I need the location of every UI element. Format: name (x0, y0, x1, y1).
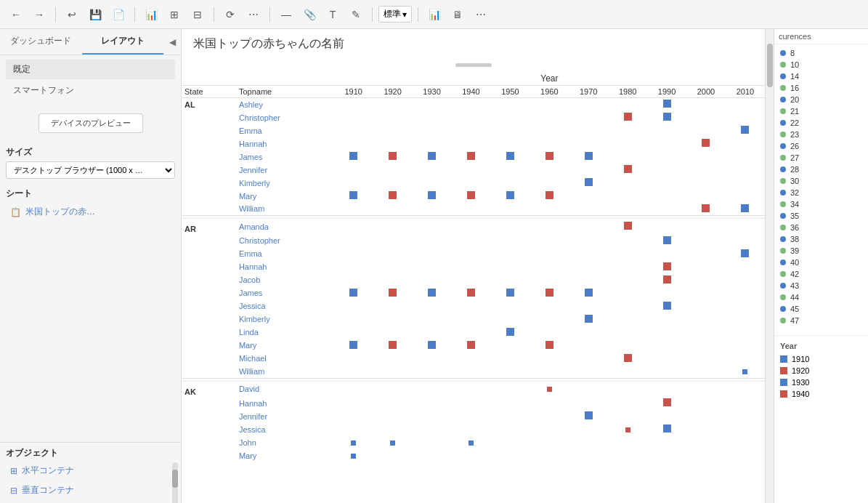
year-cell (373, 137, 413, 150)
year-cell (569, 423, 608, 436)
year-cell (569, 164, 608, 177)
divider-4 (269, 7, 270, 22)
state-cell (182, 449, 236, 462)
year-cell (686, 247, 726, 260)
undo-button[interactable]: ↩ (62, 4, 82, 25)
save-button[interactable]: 💾 (85, 4, 105, 25)
occ-item: 36 (774, 222, 868, 233)
collapse-btn[interactable]: ◀ (163, 29, 181, 55)
year-cell (726, 436, 765, 449)
table-row: Jennifer (182, 410, 765, 423)
occ-dot (780, 283, 786, 289)
year-cell (647, 436, 686, 449)
tool-attach[interactable]: 📎 (299, 4, 320, 25)
page-button[interactable]: 📄 (108, 4, 129, 25)
year-cell (334, 219, 373, 235)
collapse-handle[interactable] (455, 63, 492, 67)
zoom-dropdown[interactable]: 標準 ▾ (378, 6, 412, 23)
close-panel-btn[interactable]: ✕ (774, 29, 774, 41)
preview-button[interactable]: デバイスのプレビュー (38, 113, 143, 133)
table-row: Mary (182, 449, 765, 462)
red-dot (545, 289, 553, 297)
table-row: ALAshley (182, 98, 765, 111)
year-cell (490, 111, 530, 124)
year-cell (686, 190, 726, 203)
expand-panel-btn[interactable]: ⊞ (774, 42, 774, 55)
year-cell (608, 124, 647, 137)
tool-text[interactable]: T (323, 4, 343, 25)
year-cell (686, 436, 726, 449)
occ-item: 40 (774, 257, 868, 268)
occ-item: 10 (774, 59, 868, 71)
chart-scrollbar[interactable] (765, 29, 774, 503)
occ-dot (780, 97, 786, 102)
occ-dot (780, 248, 786, 254)
divider-5 (372, 7, 373, 22)
chart-container[interactable]: 米国トップの赤ちゃんの名前 Year State Topname 1910 19… (182, 29, 765, 503)
blue-dot (506, 152, 514, 160)
year-cell (569, 124, 608, 137)
blue-dot (351, 454, 356, 459)
name-cell: Jacob (236, 273, 334, 286)
tool-2[interactable]: ⊞ (164, 4, 184, 25)
red-dot (545, 191, 553, 199)
name-cell: William (236, 365, 334, 378)
blue-dot (741, 204, 749, 212)
year-cell (373, 203, 413, 216)
size-select[interactable]: デスクトップ ブラウザー (1000 x … (6, 161, 175, 179)
object-vertical[interactable]: ⊟ 垂直コンテナ (6, 482, 175, 499)
name-cell: Hannah (236, 137, 334, 150)
tool-3[interactable]: ⊟ (187, 4, 208, 25)
state-cell: AL (182, 98, 236, 111)
table-row: William (182, 203, 765, 216)
tool-4[interactable]: ⟳ (220, 4, 240, 25)
year-cell (686, 449, 726, 462)
preset-default[interactable]: 既定 (6, 60, 175, 79)
year-cell (608, 286, 647, 299)
chart-btn[interactable]: 📊 (424, 4, 445, 25)
year-cell (726, 299, 765, 313)
year-cell (452, 137, 491, 150)
year-cell (334, 365, 373, 378)
occ-value: 44 (790, 293, 799, 302)
objects-scroll-thumb (172, 470, 178, 488)
year-cell (608, 219, 647, 235)
occ-item: 30 (774, 175, 868, 187)
year-cell (334, 203, 373, 216)
year-cell (373, 260, 413, 273)
year-cell (686, 410, 726, 423)
red-dot (467, 191, 475, 199)
year-cell (726, 339, 765, 352)
year-cell (647, 410, 686, 423)
share-btn[interactable]: ⋯ (471, 4, 491, 25)
state-cell (182, 177, 236, 190)
tab-dashboard[interactable]: ダッシュボード (0, 29, 82, 55)
year-cell (373, 164, 413, 177)
occ-dot (780, 259, 786, 265)
object-horizontal[interactable]: ⊞ 水平コンテナ (6, 462, 175, 479)
back-button[interactable]: ← (6, 4, 26, 25)
name-cell: Jessica (236, 299, 334, 313)
preset-smartphone[interactable]: スマートフォン (6, 81, 175, 100)
occ-value: 38 (790, 235, 799, 244)
objects-scrollbar[interactable] (172, 462, 178, 503)
year-cell (334, 449, 373, 462)
blue-dot (349, 152, 357, 160)
sheet-item[interactable]: 📋 米国トップの赤… (6, 203, 175, 221)
blue-dot (428, 152, 436, 160)
tool-5[interactable]: ⋯ (243, 4, 264, 25)
monitor-btn[interactable]: 🖥 (447, 4, 468, 25)
tool-1[interactable]: 📊 (141, 4, 161, 25)
year-cell (334, 164, 373, 177)
tool-pen[interactable]: ✎ (346, 4, 366, 25)
legend-1920: 1920 (780, 365, 862, 377)
occ-value: 32 (790, 188, 799, 197)
tab-layout[interactable]: レイアウト (82, 29, 164, 55)
year-cell (608, 381, 647, 397)
year-cell (608, 203, 647, 216)
forward-button[interactable]: → (29, 4, 49, 25)
red-dot (663, 262, 671, 270)
year-cell (490, 381, 530, 397)
tool-line[interactable]: — (276, 4, 296, 25)
year-cell (726, 260, 765, 273)
